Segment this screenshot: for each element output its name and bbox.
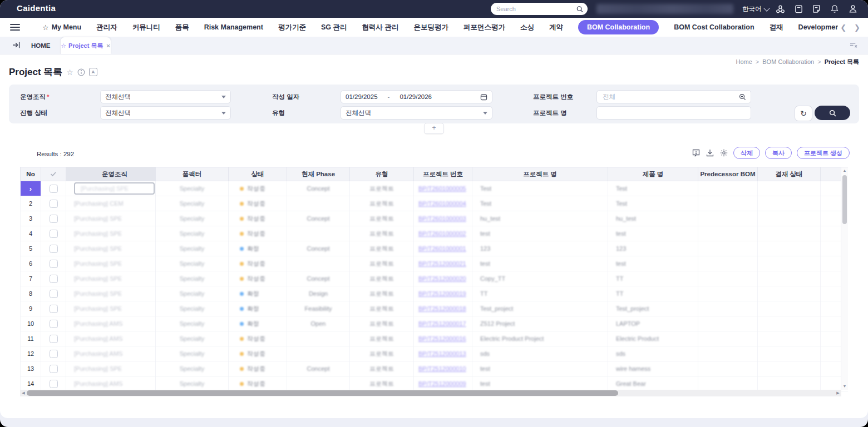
gear-icon[interactable]	[719, 148, 728, 157]
header-select-all[interactable]	[41, 167, 66, 181]
nav-item-온보딩평가[interactable]: 온보딩평가	[413, 23, 448, 32]
download-icon[interactable]	[706, 148, 714, 157]
language-selector[interactable]: 한국어	[742, 0, 769, 18]
table-row[interactable]: 4› [Purchasing] SPE Specialty 작성중 프로젝트 B…	[20, 226, 848, 241]
tooltip-icon[interactable]	[692, 148, 701, 157]
row-checkbox[interactable]	[50, 200, 58, 208]
filter-projectname-input[interactable]	[601, 109, 746, 117]
global-search-input[interactable]	[495, 5, 576, 13]
header-product-name[interactable]: 제품 명	[608, 167, 698, 181]
row-checkbox[interactable]	[50, 260, 58, 268]
scroll-down-icon[interactable]: ▼	[841, 383, 848, 390]
tab-home[interactable]: HOME	[31, 37, 51, 54]
filter-status-select[interactable]: 전체선택	[100, 106, 231, 120]
note-icon[interactable]	[812, 4, 821, 14]
project-number-link[interactable]: BP/T2512000017	[418, 320, 466, 327]
filter-projectno-input[interactable]	[601, 93, 739, 101]
breadcrumb-home[interactable]: Home	[736, 58, 752, 65]
row-checkbox[interactable]	[50, 320, 58, 328]
nav-item-협력사-관리[interactable]: 협력사 관리	[362, 23, 398, 32]
breadcrumb-bom[interactable]: BOM Collaboration	[762, 58, 814, 65]
cell-checkbox[interactable]	[41, 301, 66, 316]
nav-item-sg-관리[interactable]: SG 관리	[321, 23, 347, 32]
project-number-link[interactable]: BP/T2601000004	[418, 200, 466, 207]
header-project-name[interactable]: 프로젝트 명	[472, 167, 608, 181]
row-checkbox[interactable]	[50, 350, 58, 358]
row-checkbox[interactable]	[50, 215, 58, 223]
table-row[interactable]: 2› [Purchasing] CEM Specialty 작성중 프로젝트 B…	[20, 196, 848, 211]
header-type[interactable]: 유형	[350, 167, 414, 181]
header-org[interactable]: 운영조직	[66, 167, 156, 181]
scroll-up-icon[interactable]: ▲	[841, 167, 848, 174]
row-checkbox[interactable]	[50, 305, 58, 313]
favorite-star-icon[interactable]: ☆	[66, 68, 73, 76]
horizontal-scrollbar[interactable]: ◀ ▶	[20, 390, 841, 396]
row-checkbox[interactable]	[50, 230, 58, 238]
tab-close-icon[interactable]: ✕	[106, 43, 110, 49]
org-chart-icon[interactable]	[775, 4, 786, 14]
tab-star-icon[interactable]: ☆	[61, 42, 66, 49]
table-row[interactable]: 1› [Purchasing] SPE Specialty 작성중 Concep…	[20, 181, 848, 196]
cell-checkbox[interactable]	[41, 361, 66, 376]
manual-icon[interactable]: A	[89, 68, 97, 76]
header-project-no[interactable]: 프로젝트 번호	[414, 167, 472, 181]
header-no[interactable]: No	[20, 167, 41, 181]
global-search[interactable]	[491, 3, 588, 15]
row-checkbox[interactable]	[50, 290, 58, 298]
nav-item-bom-collaboration[interactable]: BOM Collaboration	[578, 20, 659, 34]
scroll-left-icon[interactable]: ◀	[20, 390, 27, 396]
table-row[interactable]: 13› [Purchasing] SPE Specialty 작성중 Conce…	[20, 361, 848, 376]
row-checkbox[interactable]	[50, 245, 58, 253]
project-number-link[interactable]: BP/T2512000010	[418, 365, 466, 372]
row-checkbox[interactable]	[50, 185, 58, 193]
row-checkbox[interactable]	[50, 275, 58, 283]
row-checkbox[interactable]	[50, 380, 58, 388]
project-number-link[interactable]: BP/T2601000003	[418, 215, 466, 222]
table-row[interactable]: 6› [Purchasing] SPE Specialty 작성중 프로젝트 B…	[20, 256, 848, 271]
header-predecessor[interactable]: Predecessor BOM	[698, 167, 758, 181]
nav-item-development[interactable]: Development	[798, 23, 839, 31]
cell-checkbox[interactable]	[41, 376, 66, 391]
close-all-tabs-icon[interactable]	[849, 42, 858, 49]
cell-checkbox[interactable]	[41, 211, 66, 226]
table-row[interactable]: 8› [Purchasing] SPE Specialty 확정 Design …	[20, 286, 848, 301]
cell-checkbox[interactable]	[41, 241, 66, 256]
header-phase[interactable]: 현재 Phase	[287, 167, 350, 181]
create-project-button[interactable]: 프로젝트 생성	[797, 147, 850, 159]
nav-scroll-right-icon[interactable]: ❯	[854, 23, 860, 32]
project-number-link[interactable]: BP/T2512000013	[418, 350, 466, 357]
project-number-link[interactable]: BP/T2512000016	[418, 335, 466, 342]
row-checkbox[interactable]	[50, 365, 58, 373]
search-button[interactable]	[815, 106, 850, 120]
row-checkbox[interactable]	[50, 335, 58, 343]
project-number-link[interactable]: BP/T2601000005	[418, 185, 466, 192]
project-number-link[interactable]: BP/T2512000009	[418, 380, 466, 387]
calendar-icon[interactable]	[480, 93, 487, 101]
table-row[interactable]: 14› [Purchasing] AMS Specialty 작성중 프로젝트 …	[20, 376, 848, 391]
nav-item-계약[interactable]: 계약	[549, 23, 563, 32]
project-number-link[interactable]: BP/T2512000020	[418, 275, 466, 282]
nav-item-평가기준[interactable]: 평가기준	[278, 23, 306, 32]
header-status[interactable]: 상태	[229, 167, 287, 181]
scroll-right-icon[interactable]: ▶	[835, 390, 841, 396]
filter-date-from[interactable]: 01/29/2025	[346, 93, 378, 100]
filter-projectno-field[interactable]	[596, 90, 751, 103]
expand-filter-button[interactable]: +	[424, 123, 444, 134]
filter-projectname-field[interactable]	[596, 106, 751, 120]
nav-item-관리자[interactable]: 관리자	[96, 23, 117, 32]
filter-type-select[interactable]: 전체선택	[341, 106, 492, 120]
filter-org-select[interactable]: 전체선택	[100, 90, 231, 103]
table-row[interactable]: 7› [Purchasing] SPE Specialty 작성중 Concep…	[20, 271, 848, 286]
project-number-link[interactable]: BP/T2512000019	[418, 290, 466, 297]
table-row[interactable]: 3› [Purchasing] SPE Specialty 작성중 Concep…	[20, 211, 848, 226]
header-approval[interactable]: 결재 상태	[758, 167, 821, 181]
clipboard-icon[interactable]	[794, 4, 803, 14]
horizontal-scroll-thumb[interactable]	[27, 390, 618, 396]
user-icon[interactable]	[848, 4, 858, 14]
nav-item-커뮤니티[interactable]: 커뮤니티	[132, 23, 160, 32]
info-icon[interactable]	[77, 68, 85, 76]
table-row[interactable]: 10› [Purchasing] AMS Specialty 확정 Open 프…	[20, 316, 848, 331]
cell-checkbox[interactable]	[41, 226, 66, 241]
cell-checkbox[interactable]	[41, 316, 66, 331]
table-row[interactable]: 11› [Purchasing] AMS Specialty 작성중 프로젝트 …	[20, 331, 848, 346]
